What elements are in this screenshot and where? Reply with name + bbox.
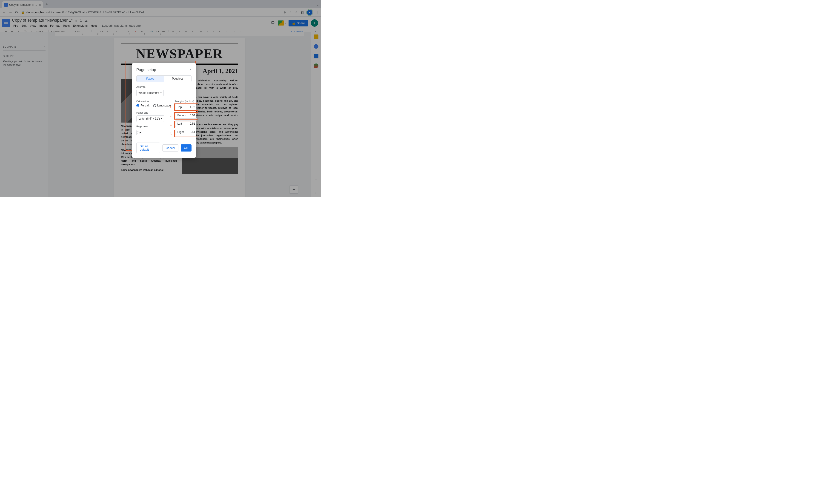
margins-label: Margins (inches) bbox=[175, 100, 197, 103]
page-color-label: Page color bbox=[136, 125, 171, 128]
annotation-num-1: 1. bbox=[170, 106, 172, 109]
radio-portrait[interactable]: Portrait bbox=[136, 104, 149, 107]
margin-right-field[interactable]: Right 0.44 bbox=[175, 129, 197, 135]
modal-tabs: Pages Pageless bbox=[136, 76, 192, 82]
paper-size-label: Paper size bbox=[136, 111, 171, 114]
apply-to-dropdown[interactable]: Whole document▾ bbox=[136, 90, 164, 96]
modal-title: Page setup bbox=[136, 68, 156, 72]
ok-button[interactable]: OK bbox=[181, 144, 192, 152]
annotation-num-3: 3. bbox=[170, 123, 172, 126]
orientation-label: Orientation bbox=[136, 100, 171, 103]
modal-overlay: Page setup × Pages Pageless Apply to Who… bbox=[0, 0, 321, 197]
margin-bottom-field[interactable]: Bottom 0.54 bbox=[175, 112, 197, 119]
tab-pages[interactable]: Pages bbox=[136, 76, 164, 82]
apply-to-label: Apply to bbox=[136, 86, 192, 88]
annotation-num-4: 4. bbox=[170, 132, 172, 135]
tab-pageless[interactable]: Pageless bbox=[164, 76, 192, 82]
cancel-button[interactable]: Cancel bbox=[162, 144, 179, 152]
annotation-num-2: 2. bbox=[170, 114, 172, 118]
page-color-dropdown[interactable]: ▾ bbox=[136, 130, 141, 135]
radio-landscape[interactable]: Landscape bbox=[153, 104, 171, 107]
set-default-button[interactable]: Set as default bbox=[136, 142, 160, 153]
page-setup-dialog: Page setup × Pages Pageless Apply to Who… bbox=[132, 63, 196, 158]
margin-top-field[interactable]: Top 1.72 bbox=[175, 104, 197, 110]
close-icon[interactable]: × bbox=[189, 68, 192, 72]
paper-size-dropdown[interactable]: Letter (8.5" x 11")▾ bbox=[136, 115, 165, 122]
margin-left-field[interactable]: Left 0.51 bbox=[175, 120, 197, 127]
